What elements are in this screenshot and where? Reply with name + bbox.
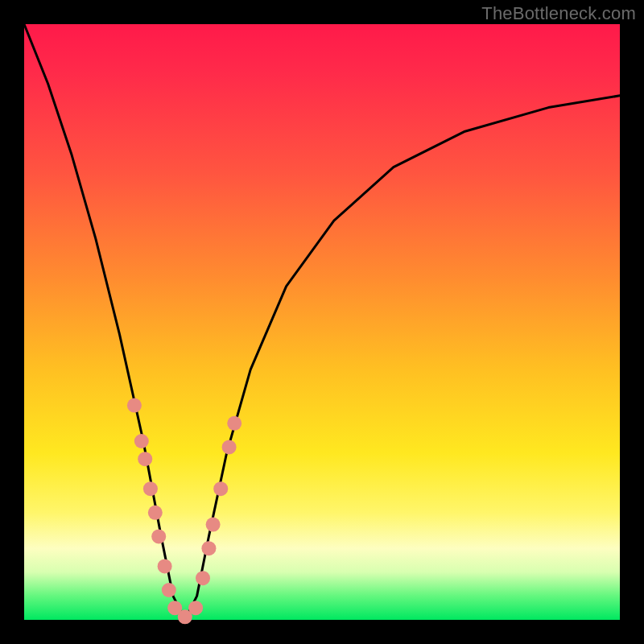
- marker-dot: [213, 481, 228, 496]
- marker-dot: [196, 571, 210, 585]
- marker-dot: [162, 583, 176, 597]
- chart-svg: [24, 24, 620, 620]
- marker-dot: [127, 398, 142, 413]
- watermark-label: TheBottleneck.com: [481, 3, 636, 24]
- marker-dot: [143, 481, 158, 496]
- marker-dot: [138, 452, 152, 466]
- marker-dot: [201, 541, 216, 555]
- marker-dot: [227, 416, 242, 431]
- marker-dot: [148, 506, 163, 520]
- curve-line: [24, 24, 620, 620]
- marker-dot: [188, 601, 203, 615]
- plot-area: [24, 24, 620, 620]
- outer-frame: TheBottleneck.com: [0, 0, 644, 644]
- marker-dot: [158, 559, 172, 573]
- marker-group: [127, 398, 242, 625]
- marker-dot: [134, 434, 149, 448]
- marker-dot: [222, 440, 237, 454]
- marker-dot: [151, 529, 166, 543]
- bottleneck-curve: [24, 24, 620, 620]
- marker-dot: [206, 518, 221, 532]
